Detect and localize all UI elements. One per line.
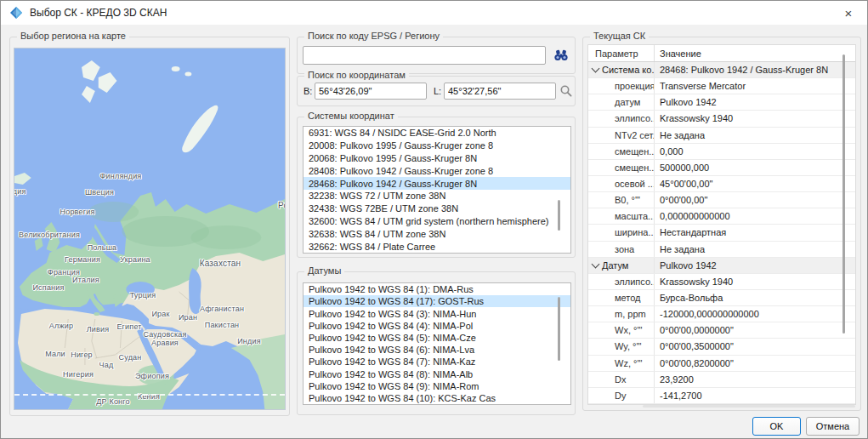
region-map[interactable]: ИсландияФинляндияШвецияНорвегияВеликобри… xyxy=(14,48,286,410)
param-text: Dy xyxy=(615,391,626,401)
coord-search-button[interactable] xyxy=(558,83,575,100)
epsg-group-label: Поиск по коду EPSG / Региону xyxy=(304,31,443,41)
l-coordinate-input[interactable] xyxy=(444,83,556,100)
datums-group: Датумы Pulkovo 1942 to WGS 84 (1): DMA-R… xyxy=(297,271,576,415)
map-label: Турция xyxy=(130,291,156,299)
map-label: Финляндия xyxy=(100,172,142,180)
table-row[interactable]: проекцияTransverse Mercator xyxy=(588,78,855,94)
param-text: смещен... xyxy=(615,146,654,157)
table-row[interactable]: осевой ... 45°00'00,00" xyxy=(588,176,855,192)
list-item[interactable]: 32600: WGS 84 / UTM grid system (norther… xyxy=(304,215,570,228)
map-label: Алжир xyxy=(49,322,73,330)
table-row[interactable]: смещен...500000,000 xyxy=(588,160,855,176)
ok-button[interactable]: OK xyxy=(752,417,801,436)
param-text: проекция xyxy=(615,81,654,91)
table-row[interactable]: Dx23,9200 xyxy=(588,372,855,388)
value-cell: 0,000 xyxy=(654,144,855,159)
table-row[interactable]: эллипсо...Krassowsky 1940 xyxy=(588,111,855,127)
param-text: эллипсо... xyxy=(615,113,654,123)
list-item[interactable]: 32238: WGS 72 / UTM zone 38N xyxy=(304,190,570,202)
list-item[interactable]: 28408: Pulkovo 1942 / Gauss-Kruger zone … xyxy=(304,164,570,177)
table-row[interactable]: эллипсо...Krassowsky 1940 xyxy=(588,274,855,290)
list-item[interactable]: 6931: WGS 84 / NSIDC EASE-Grid 2.0 North xyxy=(304,127,570,140)
table-row[interactable]: Wz, °'" 0°00'00,8200000" xyxy=(588,356,855,372)
table-row[interactable]: Система ко...28468: Pulkovo 1942 / Gauss… xyxy=(588,62,855,78)
map-label: Польша xyxy=(88,243,117,252)
coordinate-systems-group: Системы координат 6931: WGS 84 / NSIDC E… xyxy=(297,117,576,258)
table-header: Параметр Значение xyxy=(588,45,855,62)
list-item[interactable]: 20068: Pulkovo 1995 / Gauss-Kruger 8N xyxy=(304,152,570,165)
table-row[interactable]: m, ppm-120000,000000000000 xyxy=(588,306,855,322)
param-text: датум xyxy=(615,97,640,107)
map-label: Италия xyxy=(72,276,99,284)
map-label: Чад xyxy=(99,361,114,369)
list-item[interactable]: 32662: WGS 84 / Plate Carree xyxy=(304,240,570,253)
param-text: зона xyxy=(615,244,634,254)
param-cell: эллипсо... xyxy=(588,111,654,126)
list-item[interactable]: Pulkovo 1942 to WGS 84 (1): DMA-Rus xyxy=(304,283,570,295)
list-item[interactable]: Pulkovo 1942 to WGS 84 (7): NIMA-Kaz xyxy=(304,356,570,368)
list-item[interactable]: 32638: WGS 84 / UTM zone 38N xyxy=(304,227,570,240)
cancel-button[interactable]: Отмена xyxy=(806,417,859,436)
map-label: Украина xyxy=(120,255,150,264)
table-row[interactable]: масшта...0,000000000000 xyxy=(588,208,855,225)
param-cell: зона xyxy=(588,242,654,257)
param-text: Wy, °'" xyxy=(615,341,642,351)
table-row[interactable]: методБурса-Вольфа xyxy=(588,290,855,306)
list-item[interactable]: Pulkovo 1942 to WGS 84 (4): NIMA-Pol xyxy=(304,320,570,332)
table-row[interactable]: Dy-141,2700 xyxy=(588,388,855,404)
value-cell: 500000,000 xyxy=(654,160,855,175)
titlebar: Выбор СК - КРЕДО 3D СКАН × xyxy=(1,1,867,25)
list-item[interactable]: Pulkovo 1942 to WGS 84 (17): GOST-Rus xyxy=(304,295,570,307)
map-label: Казахстан xyxy=(200,259,241,268)
value-cell: Pulkovo 1942 xyxy=(654,258,855,273)
param-cell: ширина... xyxy=(588,225,654,240)
epsg-search-button[interactable] xyxy=(551,46,571,65)
list-item[interactable]: 20008: Pulkovo 1995 / Gauss-Kruger zone … xyxy=(304,140,570,152)
close-button[interactable]: × xyxy=(830,1,867,25)
map-label: Индия xyxy=(237,337,261,345)
expander-chevron-icon[interactable] xyxy=(592,259,600,268)
list-item[interactable]: Pulkovo 1942 to WGS 84 (3): NIMA-Hun xyxy=(304,307,570,319)
table-row[interactable]: ширина...Нестандартная xyxy=(588,225,855,241)
param-cell: масшта... xyxy=(588,208,654,224)
table-row[interactable]: B0, °'" 0°00'00,00" xyxy=(588,192,855,208)
map-label: Исландия xyxy=(14,187,26,196)
table-hscrollbar[interactable] xyxy=(643,405,855,408)
cs-list-scrollbar[interactable] xyxy=(558,200,560,231)
l-label: L: xyxy=(434,86,441,96)
table-row[interactable]: датумPulkovo 1942 xyxy=(588,94,855,111)
table-row[interactable]: NTv2 сет...Не задана xyxy=(588,128,855,144)
list-item[interactable]: Pulkovo 1942 to WGS 84 (10): KCS-Kaz Cas xyxy=(304,392,570,404)
datums-list-scrollbar[interactable] xyxy=(558,297,560,361)
param-cell: Датум xyxy=(588,258,654,273)
list-item[interactable]: 28468: Pulkovo 1942 / Gauss-Kruger 8N xyxy=(304,177,570,190)
list-item[interactable]: Pulkovo 1942 to WGS 84 (8): NIMA-Alb xyxy=(304,368,570,379)
table-row[interactable]: зонаНе задана xyxy=(588,242,855,258)
table-scrollbar[interactable] xyxy=(842,54,845,334)
list-item[interactable]: 32438: WGS 72BE / UTM zone 38N xyxy=(304,202,570,215)
param-cell: NTv2 сет... xyxy=(588,128,654,143)
epsg-search-input[interactable] xyxy=(303,46,546,65)
param-text: Wz, °'" xyxy=(615,358,642,368)
map-label: Афганистан xyxy=(200,305,244,313)
column-value: Значение xyxy=(654,45,855,61)
b-label: B: xyxy=(304,86,312,96)
value-cell: 45°00'00,00" xyxy=(654,176,855,191)
list-item[interactable]: Pulkovo 1942 to WGS 84 (6): NIMA-Lva xyxy=(304,344,570,356)
b-coordinate-input[interactable] xyxy=(315,83,427,100)
list-item[interactable]: Pulkovo 1942 to WGS 84 (9): NIMA-Rom xyxy=(304,380,570,392)
table-row[interactable]: Wx, °'" 0°00'00,0000000" xyxy=(588,322,855,339)
value-cell: -141,2700 xyxy=(654,388,855,403)
param-text: эллипсо... xyxy=(615,277,654,287)
param-text: метод xyxy=(615,293,641,303)
table-row[interactable]: смещен...0,000 xyxy=(588,144,855,160)
table-row[interactable]: Wy, °'" 0°00'00,3500000" xyxy=(588,339,855,355)
map-label: Судан xyxy=(119,353,142,362)
param-cell: осевой ... xyxy=(588,176,654,191)
expander-chevron-icon[interactable] xyxy=(592,65,600,73)
param-text: m, ppm xyxy=(615,309,646,319)
list-item[interactable]: Pulkovo 1942 to WGS 84 (5): NIMA-Cze xyxy=(304,332,570,344)
app-logo-icon xyxy=(9,6,23,20)
table-row[interactable]: ДатумPulkovo 1942 xyxy=(588,258,855,274)
